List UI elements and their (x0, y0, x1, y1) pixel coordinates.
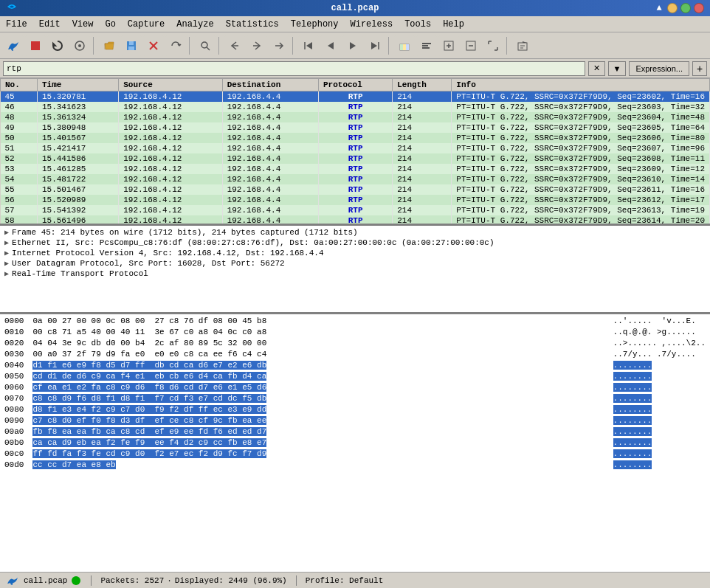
table-row[interactable]: 4615.341623192.168.4.12192.168.4.4RTP214… (1, 102, 710, 112)
back-btn[interactable] (224, 35, 245, 56)
info-btn[interactable] (512, 35, 533, 56)
table-cell: PT=ITU-T G.722, SSRC=0x372F79D9, Seq=236… (452, 102, 710, 112)
menu-item-tools[interactable]: Tools (399, 18, 437, 31)
table-row[interactable]: 5215.441586192.168.4.12192.168.4.4RTP214… (1, 153, 710, 164)
menu-item-go[interactable]: Go (99, 18, 121, 31)
hex-bytes-column: 0a 00 27 00 00 0c 08 00 27 c8 76 df 08 0… (28, 314, 608, 572)
table-cell: 15.320781 (37, 91, 118, 103)
svg-rect-16 (400, 44, 403, 50)
table-row[interactable]: 4815.361324192.168.4.12192.168.4.4RTP214… (1, 112, 710, 122)
expression-button[interactable]: Expression... (629, 61, 689, 76)
table-row[interactable]: 5315.461285192.168.4.12192.168.4.4RTP214… (1, 164, 710, 174)
table-row[interactable]: 5815.561496192.168.4.12192.168.4.4RTP214… (1, 215, 710, 226)
table-cell: 192.168.4.12 (119, 143, 222, 153)
filter-clear-btn[interactable]: ✕ (588, 61, 605, 76)
expand-arrow-icon[interactable]: ▶ (4, 249, 9, 257)
detail-item[interactable]: ▶Internet Protocol Version 4, Src: 192.1… (1, 248, 709, 258)
table-row[interactable]: 5615.520989192.168.4.12192.168.4.4RTP214… (1, 195, 710, 205)
table-row[interactable]: 4915.380948192.168.4.12192.168.4.4RTP214… (1, 122, 710, 133)
expand-arrow-icon[interactable]: ▶ (4, 238, 9, 247)
table-cell: 15.541392 (37, 205, 118, 215)
colorize-btn[interactable] (394, 35, 415, 56)
filename-label: call.pcap (24, 576, 67, 585)
status-sep-2 (296, 575, 297, 586)
table-cell: PT=ITU-T G.722, SSRC=0x372F79D9, Seq=236… (452, 143, 710, 153)
save-btn[interactable] (121, 35, 142, 56)
goto-btn[interactable] (269, 35, 289, 56)
first-btn[interactable] (298, 35, 319, 56)
expand-arrow-icon[interactable]: ▶ (4, 228, 9, 237)
menu-item-view[interactable]: View (66, 18, 100, 31)
next-btn[interactable] (342, 35, 363, 56)
zoom-out-btn[interactable] (461, 35, 481, 56)
menu-item-capture[interactable]: Capture (122, 18, 170, 31)
zoom-in-btn[interactable] (438, 35, 459, 56)
table-cell: 51 (1, 143, 38, 153)
table-cell: 53 (1, 164, 38, 174)
table-cell: PT=ITU-T G.722, SSRC=0x372F79D9, Seq=236… (452, 215, 710, 226)
menu-item-help[interactable]: Help (437, 18, 470, 31)
table-cell: 192.168.4.12 (119, 174, 222, 184)
displayed-count: Displayed: 2449 (96.9%) (175, 576, 287, 585)
table-cell: RTP (319, 112, 393, 122)
menu-item-wireless[interactable]: Wireless (345, 18, 399, 31)
table-cell: 15.421417 (37, 143, 118, 153)
stop-btn[interactable] (25, 35, 46, 56)
open-btn[interactable] (99, 35, 120, 56)
ready-icon (70, 575, 82, 587)
table-cell: 214 (393, 112, 452, 122)
table-cell: PT=ITU-T G.722, SSRC=0x372F79D9, Seq=236… (452, 112, 710, 122)
table-row[interactable]: 5415.481722192.168.4.12192.168.4.4RTP214… (1, 174, 710, 184)
last-btn[interactable] (365, 35, 385, 56)
table-cell: RTP (319, 153, 393, 164)
table-cell: 192.168.4.12 (119, 184, 222, 195)
filter-dropdown-btn[interactable]: ▼ (608, 61, 627, 76)
table-row[interactable]: 5015.401567192.168.4.12192.168.4.4RTP214… (1, 133, 710, 143)
expand-arrow-icon[interactable]: ▶ (4, 259, 9, 268)
menu-item-statistics[interactable]: Statistics (220, 18, 285, 31)
svg-rect-31 (518, 43, 527, 50)
table-cell: 214 (393, 164, 452, 174)
menu-item-edit[interactable]: Edit (33, 18, 66, 31)
autosize-btn[interactable] (416, 35, 437, 56)
table-cell: 192.168.4.4 (222, 102, 318, 112)
filter-bar: ✕ ▼ Expression... + (0, 59, 710, 78)
table-cell: 15.380948 (37, 122, 118, 133)
table-cell: 15.361324 (37, 112, 118, 122)
shark-btn[interactable] (3, 35, 24, 56)
svg-rect-19 (422, 43, 431, 44)
forward-btn[interactable] (247, 35, 267, 56)
detail-item[interactable]: ▶Real-Time Transport Protocol (1, 269, 709, 279)
filter-input[interactable] (3, 61, 585, 76)
prev-btn[interactable] (320, 35, 341, 56)
detail-item[interactable]: ▶Ethernet II, Src: PcsCompu_c8:76:df (08… (1, 238, 709, 248)
table-cell: RTP (319, 215, 393, 226)
table-cell: 15.481722 (37, 174, 118, 184)
options-btn[interactable] (69, 35, 90, 56)
add-filter-button[interactable]: + (692, 61, 707, 76)
menu-item-file[interactable]: File (0, 18, 33, 31)
table-row[interactable]: 5515.501467192.168.4.12192.168.4.4RTP214… (1, 184, 710, 195)
toolbar (0, 32, 710, 59)
expand-arrow-icon[interactable]: ▶ (4, 269, 9, 278)
table-cell: 192.168.4.12 (119, 122, 222, 133)
table-cell: 214 (393, 184, 452, 195)
menu-item-telephony[interactable]: Telephony (285, 18, 345, 31)
reload-btn[interactable] (165, 35, 186, 56)
search-btn[interactable] (195, 35, 216, 56)
table-row[interactable]: 5115.421417192.168.4.12192.168.4.4RTP214… (1, 143, 710, 153)
resize-btn[interactable] (483, 35, 503, 56)
hidden-window-btn[interactable]: ▲ (654, 3, 664, 13)
close-file-btn[interactable] (143, 35, 164, 56)
detail-item[interactable]: ▶Frame 45: 214 bytes on wire (1712 bits)… (1, 227, 709, 238)
menu-item-analyze[interactable]: Analyze (170, 18, 219, 31)
packet-detail: ▶Frame 45: 214 bytes on wire (1712 bits)… (0, 226, 710, 314)
table-cell: PT=ITU-T G.722, SSRC=0x372F79D9, Seq=236… (452, 205, 710, 215)
maximize-button[interactable] (680, 3, 691, 13)
table-row[interactable]: 4515.320781192.168.4.12192.168.4.4RTP214… (1, 91, 710, 103)
table-row[interactable]: 5715.541392192.168.4.12192.168.4.4RTP214… (1, 205, 710, 215)
close-button[interactable] (694, 3, 704, 13)
detail-item[interactable]: ▶User Datagram Protocol, Src Port: 16028… (1, 258, 709, 269)
minimize-button[interactable] (667, 3, 678, 13)
refresh-btn[interactable] (47, 35, 68, 56)
